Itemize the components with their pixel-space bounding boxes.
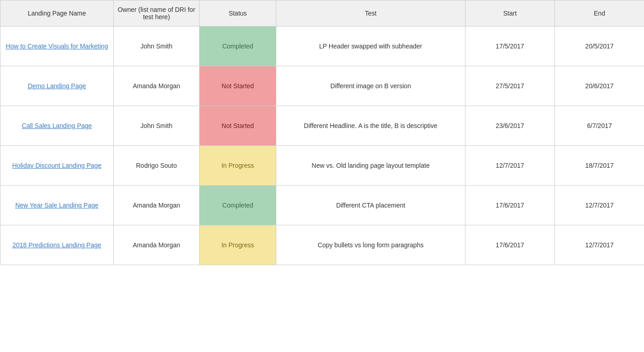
cell-test: Different image on B version (276, 66, 465, 106)
cell-test: Different CTA placement (276, 186, 465, 225)
cell-end: 12/7/2017 (555, 225, 644, 265)
cell-status: In Progress (200, 225, 276, 265)
status-badge: In Progress (200, 225, 276, 265)
landing-page-link[interactable]: Holiday Discount Landing Page (12, 162, 101, 169)
landing-page-link[interactable]: Demo Landing Page (28, 82, 86, 90)
table-row: Demo Landing PageAmanda MorganNot Starte… (0, 66, 644, 106)
landing-page-link[interactable]: New Year Sale Landing Page (15, 202, 98, 209)
table-header-row: Landing Page Name Owner (list name of DR… (0, 0, 644, 27)
header-name: Landing Page Name (0, 0, 114, 27)
table-row: Call Sales Landing PageJohn SmithNot Sta… (0, 106, 644, 146)
table-row: Holiday Discount Landing PageRodrigo Sou… (0, 146, 644, 186)
cell-test: New vs. Old landing page layout template (276, 146, 465, 186)
cell-end: 18/7/2017 (555, 146, 644, 186)
cell-end: 6/7/2017 (555, 106, 644, 146)
header-end: End (555, 0, 644, 27)
cell-name: Holiday Discount Landing Page (0, 146, 114, 186)
header-status: Status (200, 0, 276, 27)
table-row: How to Create Visuals for MarketingJohn … (0, 27, 644, 66)
cell-end: 20/6/2017 (555, 66, 644, 106)
cell-name: New Year Sale Landing Page (0, 186, 114, 225)
header-start: Start (465, 0, 555, 27)
cell-owner: John Smith (114, 106, 200, 146)
landing-page-table: Landing Page Name Owner (list name of DR… (0, 0, 644, 265)
cell-start: 27/5/2017 (465, 66, 555, 106)
cell-owner: Amanda Morgan (114, 66, 200, 106)
header-owner: Owner (list name of DRI for test here) (114, 0, 200, 27)
cell-status: Not Started (200, 66, 276, 106)
cell-name: Call Sales Landing Page (0, 106, 114, 146)
landing-page-link[interactable]: How to Create Visuals for Marketing (6, 43, 108, 50)
table-row: New Year Sale Landing PageAmanda MorganC… (0, 186, 644, 225)
status-badge: Completed (200, 27, 276, 66)
status-badge: Completed (200, 186, 276, 225)
cell-start: 17/5/2017 (465, 27, 555, 66)
cell-test: Different Headline. A is the title, B is… (276, 106, 465, 146)
table-row: 2018 Predictions Landing PageAmanda Morg… (0, 225, 644, 265)
cell-owner: Amanda Morgan (114, 225, 200, 265)
cell-owner: Rodrigo Souto (114, 146, 200, 186)
status-badge: Not Started (200, 66, 276, 106)
landing-page-link[interactable]: 2018 Predictions Landing Page (12, 241, 101, 249)
cell-status: Completed (200, 186, 276, 225)
cell-name: How to Create Visuals for Marketing (0, 27, 114, 66)
cell-end: 12/7/2017 (555, 186, 644, 225)
cell-start: 12/7/2017 (465, 146, 555, 186)
cell-owner: John Smith (114, 27, 200, 66)
status-badge: Not Started (200, 106, 276, 145)
cell-status: Not Started (200, 106, 276, 146)
cell-owner: Amanda Morgan (114, 186, 200, 225)
status-badge: In Progress (200, 146, 276, 185)
cell-test: LP Header swapped with subheader (276, 27, 465, 66)
cell-test: Copy bullets vs long form paragraphs (276, 225, 465, 265)
header-test: Test (276, 0, 465, 27)
cell-status: Completed (200, 27, 276, 66)
cell-start: 17/6/2017 (465, 186, 555, 225)
cell-status: In Progress (200, 146, 276, 186)
cell-start: 17/6/2017 (465, 225, 555, 265)
cell-start: 23/6/2017 (465, 106, 555, 146)
cell-end: 20/5/2017 (555, 27, 644, 66)
cell-name: 2018 Predictions Landing Page (0, 225, 114, 265)
cell-name: Demo Landing Page (0, 66, 114, 106)
landing-page-link[interactable]: Call Sales Landing Page (22, 122, 92, 129)
